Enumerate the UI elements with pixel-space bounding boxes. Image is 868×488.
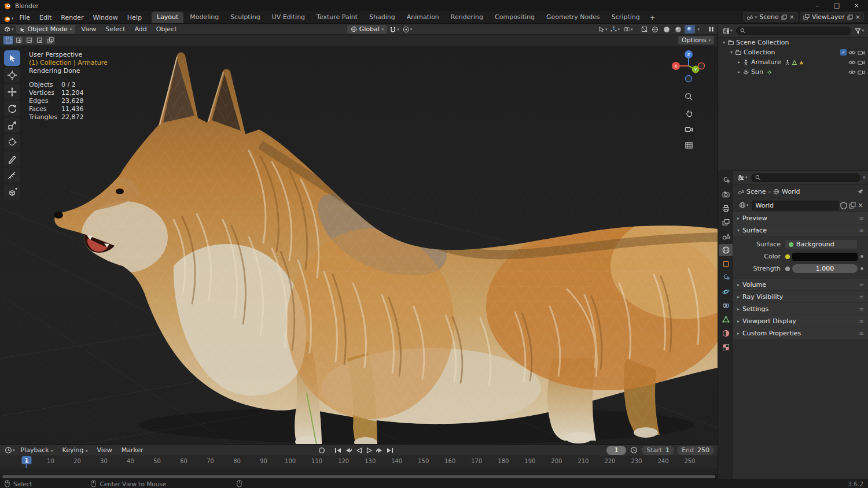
editor-type-timeline-icon[interactable]: ▾ bbox=[3, 446, 16, 455]
unlink-scene-icon[interactable]: × bbox=[789, 13, 795, 21]
tool-add-cube[interactable] bbox=[4, 184, 20, 200]
tool-measure[interactable] bbox=[4, 168, 20, 183]
hide-eye-icon[interactable] bbox=[848, 69, 856, 75]
workspace-tab-modeling[interactable]: Modeling bbox=[185, 12, 224, 23]
panel-header-volume[interactable]: ▸Volume≡ bbox=[733, 279, 868, 290]
playback-sync-icon[interactable] bbox=[629, 446, 639, 455]
scene-selector[interactable]: ▾ Scene × bbox=[743, 12, 798, 22]
color-socket-icon[interactable] bbox=[785, 254, 790, 259]
tool-move[interactable] bbox=[4, 84, 20, 99]
timeline-menu-keying[interactable]: Keying ▾ bbox=[58, 445, 93, 456]
properties-filter-dropdown[interactable]: ▾ bbox=[863, 175, 865, 180]
copy-datablock-icon[interactable] bbox=[849, 202, 856, 209]
shading-dropdown[interactable]: ▾ bbox=[696, 25, 701, 34]
auto-keying-button[interactable] bbox=[317, 446, 326, 455]
timeline-menu-playback[interactable]: Playback ▾ bbox=[16, 445, 58, 456]
select-mode-invert[interactable] bbox=[35, 36, 45, 45]
panel-grip-icon[interactable]: ≡ bbox=[859, 330, 864, 337]
strength-slider[interactable]: 1.000 bbox=[792, 264, 858, 273]
select-mode-intersect[interactable] bbox=[45, 36, 55, 45]
properties-tab-texture[interactable] bbox=[719, 341, 733, 353]
wolf-model[interactable] bbox=[0, 46, 718, 444]
workspace-tab-sculpting[interactable]: Sculpting bbox=[225, 12, 265, 23]
properties-search[interactable] bbox=[751, 173, 861, 182]
new-viewlayer-icon[interactable] bbox=[847, 14, 853, 20]
remove-viewlayer-icon[interactable]: × bbox=[855, 13, 860, 21]
tool-transform[interactable] bbox=[4, 134, 20, 150]
editor-type-properties-icon[interactable]: ▾ bbox=[736, 173, 749, 182]
workspace-tab-rendering[interactable]: Rendering bbox=[446, 12, 488, 23]
properties-search-input[interactable] bbox=[763, 175, 857, 181]
animate-strength-dot[interactable] bbox=[860, 267, 863, 270]
tool-cursor[interactable] bbox=[4, 67, 20, 83]
shading-material-button[interactable] bbox=[673, 25, 683, 34]
select-mode-extend[interactable] bbox=[14, 36, 24, 45]
properties-tab-physics[interactable] bbox=[719, 286, 733, 298]
panel-header-ray-visibility[interactable]: ▸Ray Visibility≡ bbox=[733, 291, 868, 302]
object-visibility-dropdown[interactable]: ▾ bbox=[597, 25, 609, 34]
new-scene-icon[interactable] bbox=[781, 14, 787, 20]
properties-tab-material[interactable] bbox=[719, 327, 733, 339]
outliner-row-armature[interactable]: ▸Armature bbox=[718, 57, 868, 67]
timeline-menu-view[interactable]: View bbox=[93, 445, 117, 456]
workspace-tab-texture-paint[interactable]: Texture Paint bbox=[311, 12, 363, 23]
menu-file[interactable]: File bbox=[15, 12, 35, 23]
overlays-dropdown[interactable]: ▾ bbox=[622, 25, 634, 34]
minimize-button[interactable]: – bbox=[809, 0, 825, 11]
workspace-tab-animation[interactable]: Animation bbox=[402, 12, 444, 23]
playhead[interactable]: 1 bbox=[22, 456, 32, 468]
panel-grip-icon[interactable]: ≡ bbox=[859, 227, 864, 234]
panel-header-custom-properties[interactable]: ▸Custom Properties≡ bbox=[733, 327, 868, 339]
menu-render[interactable]: Render bbox=[56, 12, 88, 23]
viewport-3d[interactable]: User Perspective (1) Collection | Armatu… bbox=[0, 46, 718, 444]
panel-header-viewport-display[interactable]: ▸Viewport Display≡ bbox=[733, 315, 868, 327]
proportional-edit-toggle[interactable]: ▾ bbox=[402, 25, 414, 34]
start-frame-field[interactable]: Start 1 bbox=[642, 446, 674, 455]
animate-color-dot[interactable] bbox=[860, 255, 863, 258]
select-mode-subtract[interactable] bbox=[24, 36, 34, 45]
workspace-tab-layout[interactable]: Layout bbox=[152, 12, 183, 23]
viewport-menu-object[interactable]: Object bbox=[152, 24, 182, 35]
panel-grip-icon[interactable]: ≡ bbox=[859, 215, 864, 221]
timeline-ruler[interactable]: 1 10203040506070809010011012013014015016… bbox=[0, 456, 718, 468]
fake-user-shield-icon[interactable] bbox=[840, 202, 847, 209]
breadcrumb-scene[interactable]: Scene bbox=[746, 188, 766, 195]
panel-grip-icon[interactable]: ≡ bbox=[859, 282, 864, 288]
pan-hand-icon[interactable] bbox=[682, 106, 695, 119]
world-name-field[interactable]: World bbox=[752, 201, 838, 210]
world-datablock-browse[interactable]: ▾ bbox=[738, 201, 750, 210]
pin-icon[interactable] bbox=[857, 188, 863, 195]
properties-tab-render[interactable] bbox=[719, 188, 733, 201]
editor-type-outliner-icon[interactable]: ▾ bbox=[721, 26, 734, 35]
strength-socket-icon[interactable] bbox=[785, 267, 790, 271]
collection-checkbox[interactable]: ✓ bbox=[840, 49, 847, 56]
tool-scale[interactable] bbox=[4, 117, 20, 133]
tool-annotate[interactable] bbox=[4, 151, 20, 167]
add-workspace-button[interactable]: + bbox=[646, 12, 659, 23]
menu-edit[interactable]: Edit bbox=[35, 12, 56, 23]
play-reverse-button[interactable] bbox=[354, 446, 363, 455]
mode-dropdown[interactable]: Object Mode▾ bbox=[16, 25, 76, 34]
workspace-tab-scripting[interactable]: Scripting bbox=[606, 12, 645, 23]
outliner-filter-icon[interactable]: ▾ bbox=[854, 26, 865, 35]
jump-to-end-button[interactable] bbox=[385, 446, 395, 455]
zoom-icon[interactable] bbox=[682, 90, 695, 103]
next-keyframe-button[interactable] bbox=[375, 446, 384, 455]
properties-tab-data[interactable] bbox=[719, 313, 733, 326]
workspace-tab-uv-editing[interactable]: UV Editing bbox=[267, 12, 310, 23]
options-dropdown[interactable]: Options▾ bbox=[678, 36, 714, 45]
render-camera-icon[interactable] bbox=[858, 60, 865, 65]
timeline-track[interactable] bbox=[0, 468, 718, 475]
disclosure-triangle[interactable]: ▾ bbox=[728, 50, 735, 55]
shading-rendered-button[interactable] bbox=[685, 25, 695, 34]
prev-keyframe-button[interactable] bbox=[344, 446, 353, 455]
snap-toggle[interactable]: ▾ bbox=[388, 25, 400, 34]
disclosure-triangle[interactable]: ▸ bbox=[735, 60, 742, 65]
workspace-tab-compositing[interactable]: Compositing bbox=[490, 12, 540, 23]
properties-tab-output[interactable] bbox=[719, 202, 733, 215]
transform-orientation-dropdown[interactable]: Global▾ bbox=[347, 25, 388, 34]
outliner-row-collection[interactable]: ▾Collection✓ bbox=[718, 47, 868, 57]
viewlayer-selector[interactable]: ViewLayer × bbox=[800, 12, 864, 22]
disclosure-triangle[interactable]: ▾ bbox=[720, 40, 727, 45]
menu-help[interactable]: Help bbox=[123, 12, 146, 23]
